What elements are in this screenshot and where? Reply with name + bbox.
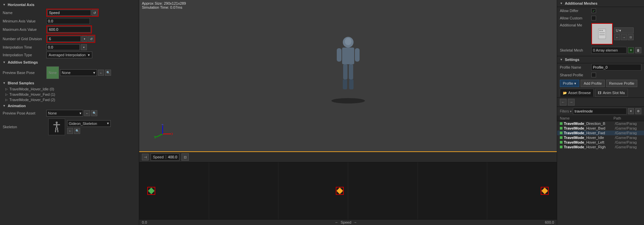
node-orange-diamond-right[interactable] [541,188,548,194]
asset-browse-tab[interactable]: 📂 Asset Browse [560,89,594,97]
skeleton-dropdown[interactable]: Gideon_Skeleton ▾ [67,120,111,127]
mesh-extra-btn[interactable]: ⊡ [628,34,634,40]
add-profile-btn[interactable]: Add Profile [581,80,605,87]
skeleton-search-btn[interactable]: 🔍 [74,128,80,134]
interp-type-dropdown[interactable]: Averaged Interpolation ▾ [46,52,92,58]
blend-item-0[interactable]: TravelMode_Hover_Idle (0) [0,86,139,92]
profile-name-row: Profile Name [557,63,644,71]
speed-value: 400.0 [166,155,179,159]
asset-forward-btn[interactable]: → [568,99,575,105]
filter-clear-btn[interactable]: ✕ [628,108,634,114]
character-container [139,0,557,151]
graph-grid [139,162,557,219]
skeletal-mesh-add-btn[interactable]: + [628,47,634,53]
graph-back-btn[interactable]: ⊣ [142,154,149,160]
speed-display: Speed 400.0 [151,153,179,161]
svg-point-17 [331,98,365,103]
allow-custom-checkbox[interactable] [591,16,596,20]
interp-time-input[interactable] [46,44,80,50]
blend-item-1[interactable]: TravelMode_Hover_Fwd (1) [0,92,139,97]
svg-rect-1 [56,124,57,128]
max-axis-row: Maximum Axis Value [0,25,139,34]
interp-time-dropdown-btn[interactable]: ▾ [81,44,87,50]
asset-name-0: TravelMode_Direction_B [564,122,615,126]
svg-line-19 [156,134,163,137]
profile-name-input[interactable] [591,64,641,71]
u-dropdown[interactable]: U ▾ [614,27,634,33]
grid-div-reset-btn[interactable]: ↺ [88,36,94,42]
preview-pose-reset-btn[interactable]: ← [84,110,90,116]
preview-pose-search-btn[interactable]: 🔍 [91,110,97,116]
asset-indicator-0 [560,122,562,125]
profile-dropdown-btn[interactable]: Profile ▾ [560,80,579,87]
name-input[interactable] [47,10,91,16]
asset-indicator-4 [560,141,562,144]
skeleton-arrow: ▾ [107,121,109,126]
skeleton-icon [51,121,63,133]
asset-name-2: TravelMode_Hover_Fwd [564,131,615,135]
node-green-diamond[interactable] [148,188,155,194]
remove-profile-btn[interactable]: Remove Profile [606,80,637,87]
svg-rect-31 [599,30,601,31]
horizontal-axis-header: Horizontal Axis [0,1,139,8]
graph-toolbar: ⊣ Speed 400.0 ⊡ [139,152,557,162]
asset-browse-icon: 📂 [563,91,567,95]
graph-bottom-bar: 0.0 ← Speed → 600.0 [139,219,557,225]
name-reset-btn[interactable]: ↺ [92,10,98,16]
asset-row-3[interactable]: TravelMode_Hover_Idle /Game/Parag [557,135,644,140]
speed-bar-label: Speed [340,220,351,224]
settings-header: Settings [557,56,644,63]
blend-item-2[interactable]: TravelMode_Hover_Fwd (2) [0,97,139,102]
svg-rect-3 [57,124,60,125]
preview-pose-dropdown[interactable]: None ▾ [46,110,83,117]
skeleton-reset-btn[interactable]: ← [67,128,73,134]
speed-bar-arrow-left: ← [335,220,338,224]
skeletal-mesh-delete-btn[interactable]: 🗑 [635,47,641,53]
interp-type-value: Averaged Interpolation [49,53,86,57]
preview-base-search-btn[interactable]: 🔍 [105,70,111,76]
anim-slot-tab[interactable]: 🎞 Anim Slot Ma [595,89,628,97]
filter-settings-btn[interactable]: ⚙ [635,108,641,114]
asset-path-5: /Game/Parag [615,145,641,149]
fit-graph-btn[interactable]: ⊡ [181,153,189,161]
asset-row-5[interactable]: TravelMode_Hover_Righ /Game/Parag [557,145,644,149]
interp-time-row: Interpolation Time ▾ [0,44,139,51]
shared-profile-checkbox[interactable] [591,73,596,77]
asset-row-4[interactable]: TravelMode_Hover_Left /Game/Parag [557,140,644,145]
allow-differ-checkbox[interactable] [591,8,596,13]
asset-indicator-5 [560,146,562,148]
mesh-thumbnail [591,23,613,45]
mesh-back-btn[interactable]: ← [614,34,620,40]
allow-differ-row: Allow Differ [557,7,644,14]
graph-min-label: 0.0 [142,220,147,224]
graph-area: ⊣ Speed 400.0 ⊡ [139,151,557,225]
center-area: Approx Size: 290x121x289 Simulation Time… [139,0,557,225]
svg-rect-12 [343,64,347,79]
preview-base-dropdown[interactable]: None ▾ [60,69,97,76]
min-axis-input[interactable] [46,18,90,24]
asset-row-0[interactable]: TravelMode_Direction_B /Game/Parag [557,121,644,126]
asset-row-2[interactable]: TravelMode_Hover_Fwd /Game/Parag [557,131,644,135]
mesh-icon [594,26,610,42]
node-orange-diamond-mid[interactable] [336,188,343,194]
allow-custom-label: Allow Custom [560,16,590,20]
speed-bar-arrow-right: → [353,220,357,224]
svg-point-16 [345,38,352,45]
mesh-forward-btn[interactable]: → [621,34,627,40]
additional-mesh-row: Additional Me U [557,22,644,46]
max-axis-input[interactable] [47,26,91,32]
grid-div-dropdown-btn[interactable]: ▾ [82,36,88,42]
grid-div-input[interactable] [47,36,81,42]
filter-row: Filters ▾ ✕ ⚙ [557,107,644,116]
asset-back-btn[interactable]: ← [560,99,567,105]
asset-row-1[interactable]: TravelMode_Hover_Bwd /Game/Parag [557,126,644,131]
anim-slot-icon: 🎞 [598,91,601,95]
svg-rect-5 [57,128,58,130]
additional-meshes-header: Additional Meshes [557,0,644,7]
asset-col-path-header: Path [613,116,641,120]
filter-input[interactable] [573,108,627,115]
preview-base-reset-btn[interactable]: ← [98,70,104,76]
svg-rect-6 [55,130,56,132]
sim-time: Simulation Time: 0.07ms [142,5,186,9]
asset-table-header: Name Path [557,116,644,121]
